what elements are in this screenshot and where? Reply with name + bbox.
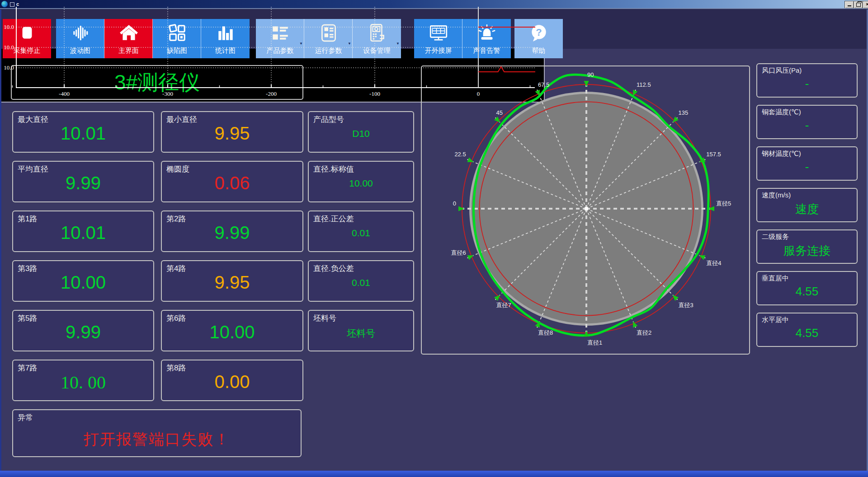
alarm-label: 异常 — [18, 412, 33, 423]
ovality-value: 0.06 — [162, 173, 302, 193]
card-channel-5: 第5路9.99 — [12, 310, 154, 351]
l2-service-value: 服务连接 — [757, 243, 857, 259]
card-max-diameter: 最大直径10.01 — [12, 111, 154, 153]
channel-3-value: 10.00 — [13, 272, 153, 293]
status-card-l2-service: 二级服务服务连接 — [756, 229, 858, 264]
billet-no-label: 坯料号 — [313, 313, 336, 323]
channel-5-value: 9.99 — [13, 322, 153, 342]
spoke-label: 直径2 — [637, 329, 651, 336]
vertical-center-label: 垂直居中 — [762, 274, 789, 283]
minimize-button[interactable] — [844, 1, 854, 9]
restore-icon — [856, 3, 861, 7]
card-channel-3: 第3路10.00 — [12, 260, 154, 302]
vertical-center-value: 4.55 — [757, 285, 857, 299]
spoke-label: 0 — [453, 200, 456, 207]
spoke-label: 90 — [587, 71, 594, 78]
y-axis-label: 10.0 — [4, 23, 14, 30]
l2-service-label: 二级服务 — [762, 233, 789, 241]
restore-button[interactable] — [854, 1, 863, 9]
channel-2-value: 9.99 — [162, 223, 302, 243]
spoke-label: 135 — [679, 109, 689, 116]
steel-temp-label: 钢材温度(℃) — [762, 150, 801, 158]
spoke-label: 45 — [496, 109, 503, 116]
positive-tolerance-label: 直径.正公差 — [313, 214, 354, 224]
spoke-label: 直径8 — [538, 329, 553, 336]
horizontal-center-value: 4.55 — [757, 326, 857, 340]
speed-value: 速度 — [757, 201, 857, 217]
min-diameter-value: 9.95 — [162, 123, 302, 144]
channel-6-value: 10.00 — [162, 322, 302, 342]
x-axis-label: -400 — [59, 90, 70, 97]
spoke-label: 157.5 — [706, 151, 721, 158]
nominal-diameter-label: 直径.标称值 — [313, 164, 354, 174]
status-card-tuyere-pressure: 风口风压(Pa)- — [756, 63, 858, 98]
close-button[interactable]: × — [863, 1, 868, 9]
channel-1-value: 10.01 — [13, 223, 153, 243]
channel-7-value: 10. 00 — [13, 372, 153, 393]
spoke-label: 直径6 — [451, 249, 466, 256]
diameter-trace — [478, 67, 535, 72]
speed-label: 速度(m/s) — [762, 191, 791, 200]
x-axis-label: 0 — [477, 90, 480, 97]
negative-tolerance-value: 0.01 — [309, 277, 413, 288]
spoke-label: 直径4 — [706, 260, 721, 267]
x-axis-label: -300 — [162, 90, 173, 97]
card-channel-7: 第7路10. 00 — [12, 360, 154, 401]
spoke-label: 112.5 — [637, 81, 651, 88]
status-card-steel-temp: 钢材温度(℃)- — [756, 146, 858, 181]
steel-temp-value: - — [757, 160, 857, 174]
tuyere-pressure-label: 风口风压(Pa) — [762, 66, 802, 75]
x-axis-label: -100 — [369, 90, 380, 97]
channel-8-value: 0.00 — [162, 372, 302, 392]
y-axis-label: 10.0 — [4, 64, 14, 71]
app-window: c × 采集停止波动图主界面缺陷图统计图产品参数▼运行参数▼设备管理▼开外接屏声… — [0, 0, 868, 477]
card-channel-1: 第1路10.01 — [12, 210, 154, 252]
card-product-model: 产品型号D10 — [308, 111, 414, 153]
trend-chart-panel: 10.010.010.0-400-300-200-1000 — [0, 0, 545, 103]
window-border-bottom — [0, 471, 868, 477]
sleeve-temp-label: 铜套温度(℃) — [762, 108, 801, 117]
polar-profile-chart: 022.54567.590112.5135157.5直径5直径4直径3直径2直径… — [422, 66, 747, 352]
spoke-label: 22.5 — [454, 151, 466, 158]
spoke-label: 直径3 — [679, 302, 693, 309]
card-channel-6: 第6路10.00 — [161, 310, 303, 351]
close-icon: × — [866, 1, 868, 7]
negative-tolerance-label: 直径.负公差 — [313, 263, 354, 274]
spoke-label: 直径5 — [716, 200, 731, 207]
card-positive-tolerance: 直径.正公差0.01 — [308, 210, 414, 252]
avg-diameter-value: 9.99 — [13, 173, 153, 193]
card-channel-2: 第2路9.99 — [161, 210, 303, 252]
status-card-sleeve-temp: 铜套温度(℃)- — [756, 105, 858, 139]
minimize-icon — [848, 5, 851, 6]
alarm-card: 异常 打开报警端口失败！ — [12, 409, 302, 457]
nominal-diameter-value: 10.00 — [309, 178, 413, 189]
card-channel-4: 第4路9.95 — [161, 260, 303, 302]
spoke-label: 直径1 — [587, 339, 602, 346]
card-nominal-diameter: 直径.标称值10.00 — [308, 161, 414, 202]
max-diameter-value: 10.01 — [13, 123, 153, 144]
polar-chart-panel: 022.54567.590112.5135157.5直径5直径4直径3直径2直径… — [421, 65, 750, 355]
card-negative-tolerance: 直径.负公差0.01 — [308, 260, 414, 302]
tuyere-pressure-value: - — [757, 77, 857, 91]
x-axis-label: -200 — [266, 90, 277, 97]
alarm-message: 打开报警端口失败！ — [13, 429, 301, 450]
positive-tolerance-value: 0.01 — [309, 228, 413, 238]
card-avg-diameter: 平均直径9.99 — [12, 161, 154, 202]
sleeve-temp-value: - — [757, 118, 857, 132]
trend-chart: 10.010.010.0-400-300-200-1000 — [0, 0, 541, 99]
status-card-speed: 速度(m/s)速度 — [756, 188, 858, 222]
spoke-label: 直径7 — [496, 302, 511, 309]
card-billet-no: 坯料号坯料号 — [308, 310, 414, 351]
product-model-value: D10 — [309, 128, 413, 139]
billet-no-value: 坯料号 — [309, 327, 413, 340]
product-model-label: 产品型号 — [313, 114, 344, 125]
channel-4-value: 9.95 — [162, 272, 302, 293]
status-card-horizontal-center: 水平居中4.55 — [756, 313, 858, 347]
horizontal-center-label: 水平居中 — [762, 316, 789, 324]
status-card-vertical-center: 垂直居中4.55 — [756, 271, 858, 305]
card-min-diameter: 最小直径9.95 — [161, 111, 303, 153]
y-axis-label: 10.0 — [4, 44, 14, 51]
card-ovality: 椭圆度0.06 — [161, 161, 303, 202]
card-channel-8: 第8路0.00 — [161, 360, 303, 401]
